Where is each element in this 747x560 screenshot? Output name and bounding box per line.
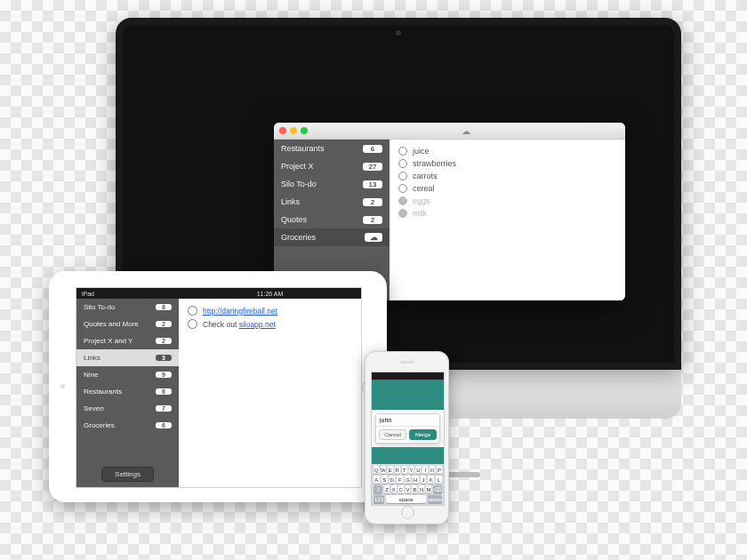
key[interactable]: W <box>381 466 386 474</box>
sidebar-item-silotodo[interactable]: Silo To-do 13 <box>274 175 390 193</box>
key[interactable]: V <box>406 485 411 493</box>
key[interactable]: R <box>395 466 400 474</box>
sidebar-item-label: Project X <box>281 162 314 171</box>
clock-label: 11:26 AM <box>257 291 284 297</box>
list-item[interactable]: cereal <box>398 182 616 195</box>
key[interactable]: C <box>398 485 404 493</box>
key[interactable]: P <box>437 466 442 474</box>
circle-icon[interactable] <box>188 319 197 329</box>
circle-icon[interactable] <box>398 159 407 168</box>
list-item-label: juice <box>413 147 430 156</box>
shift-key[interactable]: ⇧ <box>374 485 382 493</box>
iphone-keyboard: Q W E R T Y U I O P A S D F G H <box>372 464 444 505</box>
sidebar-item-restaurants[interactable]: Restaurants6 <box>76 383 179 400</box>
iphone-app-header <box>372 380 444 410</box>
list-item[interactable]: eggs <box>398 195 616 207</box>
ipad-statusbar: iPad <box>76 288 179 299</box>
settings-button[interactable]: Settings <box>101 467 154 482</box>
circle-icon[interactable] <box>188 306 197 316</box>
sidebar-item-label: Project X and Y <box>84 337 133 345</box>
iphone-screen: Cancel Merge Q W E R T Y U I O P <box>371 372 445 506</box>
sidebar-item-label: Quotes and More <box>84 320 139 328</box>
key[interactable]: L <box>436 476 442 484</box>
key[interactable]: E <box>388 466 393 474</box>
sidebar-item-projectxy[interactable]: Project X and Y2 <box>76 332 179 349</box>
sidebar-item-silotodo[interactable]: Silo To-do8 <box>76 299 179 316</box>
key[interactable]: U <box>415 466 421 474</box>
key[interactable]: T <box>402 466 407 474</box>
key[interactable]: I <box>422 466 428 474</box>
sidebar-item-projectx[interactable]: Project X 27 <box>274 157 390 175</box>
sidebar-item-restaurants[interactable]: Restaurants 6 <box>274 140 390 157</box>
sidebar-item-links[interactable]: Links3 <box>76 349 179 366</box>
sidebar-item-count: 13 <box>363 180 382 188</box>
circle-icon[interactable] <box>398 172 407 180</box>
traffic-light-minimize[interactable] <box>290 127 297 134</box>
sidebar-item-quotes[interactable]: Quotes 2 <box>274 211 390 228</box>
sidebar-item-count: 2 <box>156 321 172 327</box>
key[interactable]: K <box>428 476 434 484</box>
sidebar-item-label: Silo To-do <box>281 180 317 188</box>
sidebar-item-nine[interactable]: Nine9 <box>76 366 179 383</box>
list-item-label: cereal <box>413 184 435 193</box>
key[interactable]: F <box>397 476 403 484</box>
ipad-device: iPad Silo To-do8 Quotes and More2 Projec… <box>49 271 387 502</box>
ipad-camera <box>60 384 65 388</box>
key[interactable]: N <box>419 485 424 493</box>
list-item-label: Check out siloapp.net <box>203 320 276 329</box>
sidebar-item-count: 7 <box>156 405 172 412</box>
key[interactable]: Y <box>409 466 414 474</box>
list-item[interactable]: strawberries <box>398 157 616 170</box>
sidebar-item-count: 27 <box>363 163 382 171</box>
sidebar-item-label: Links <box>84 354 100 362</box>
list-item[interactable]: Check out siloapp.net <box>188 317 352 331</box>
key[interactable]: H <box>413 476 419 484</box>
key[interactable]: Z <box>384 485 390 493</box>
sidebar-item-count: 6 <box>156 422 172 428</box>
sidebar-item-seven[interactable]: Seven7 <box>76 400 179 417</box>
traffic-light-zoom[interactable] <box>301 127 308 134</box>
numbers-key[interactable]: 123 <box>374 495 384 503</box>
key[interactable]: O <box>430 466 435 474</box>
merge-button[interactable]: Merge <box>409 429 437 440</box>
sidebar-item-label: Nine <box>84 371 98 379</box>
circle-checked-icon[interactable] <box>398 209 407 218</box>
sidebar-item-count: 6 <box>156 388 172 395</box>
key[interactable]: Q <box>374 466 379 474</box>
key[interactable]: M <box>426 485 431 493</box>
space-key[interactable]: space <box>386 495 426 503</box>
link[interactable]: http://daringfireball.net <box>203 307 277 316</box>
sidebar-item-count: 3 <box>156 355 172 361</box>
list-item[interactable]: juice <box>398 145 616 157</box>
iphone-app-body <box>372 447 444 464</box>
key[interactable]: B <box>412 485 417 493</box>
cancel-button[interactable]: Cancel <box>379 429 406 440</box>
sidebar-item-count: 2 <box>156 338 172 344</box>
key[interactable]: D <box>390 476 396 484</box>
circle-icon[interactable] <box>398 184 407 193</box>
sidebar-item-groceries[interactable]: Groceries ☁ <box>274 228 390 246</box>
canvas: ☁ Restaurants 6 Project X 27 Silo To <box>0 0 747 560</box>
link[interactable]: siloapp.net <box>239 320 276 329</box>
merge-name-input[interactable] <box>376 414 439 427</box>
key[interactable]: G <box>405 476 411 484</box>
sidebar-item-quotes[interactable]: Quotes and More2 <box>76 316 179 332</box>
return-key[interactable]: return <box>428 495 442 503</box>
list-item[interactable]: milk <box>398 207 616 220</box>
sidebar-item-links[interactable]: Links 2 <box>274 193 390 211</box>
iphone-home-button[interactable] <box>401 506 414 519</box>
list-item[interactable]: carrots <box>398 170 616 182</box>
key[interactable]: J <box>421 476 427 484</box>
list-item-label: eggs <box>413 196 430 205</box>
key[interactable]: A <box>374 476 380 484</box>
list-item-label: http://daringfireball.net <box>203 307 277 316</box>
key[interactable]: X <box>391 485 397 493</box>
traffic-light-close[interactable] <box>279 127 286 134</box>
list-item[interactable]: http://daringfireball.net <box>188 304 352 317</box>
key[interactable]: S <box>382 476 388 484</box>
sidebar-item-groceries[interactable]: Groceries6 <box>76 417 179 434</box>
circle-icon[interactable] <box>398 147 407 156</box>
delete-key[interactable]: ⌫ <box>433 485 442 493</box>
sidebar-item-count: 2 <box>363 198 382 206</box>
circle-checked-icon[interactable] <box>398 196 407 205</box>
